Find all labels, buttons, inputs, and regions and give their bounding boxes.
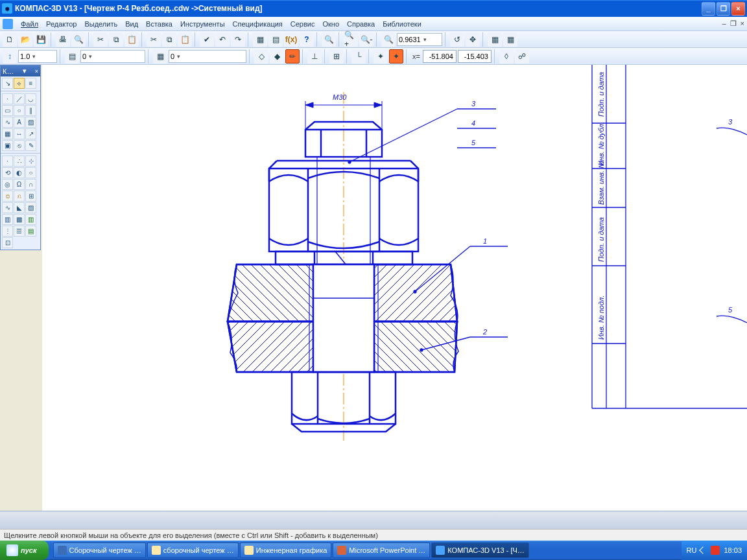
minimize-button[interactable]: _	[702, 2, 715, 16]
config2-button[interactable]: ▦	[503, 32, 517, 47]
coord-y-field[interactable]	[458, 50, 492, 63]
menu-editor[interactable]: Редактор	[42, 19, 80, 29]
view-dropdown[interactable]: 0▾	[80, 50, 145, 63]
copy-button[interactable]: ⧉	[109, 32, 123, 47]
mode-geometry-icon[interactable]: ↘	[2, 78, 13, 89]
save-button[interactable]: 💾	[34, 32, 48, 47]
kaspersky-icon[interactable]	[711, 546, 720, 555]
preview-button[interactable]: 🔍	[71, 32, 86, 47]
task-item-3[interactable]: Инженерная графика	[240, 542, 332, 558]
aux-15-icon[interactable]: ▨	[25, 202, 36, 213]
system-tray[interactable]: RU 18:03	[682, 541, 747, 560]
spec-button[interactable]: ▤	[268, 32, 283, 47]
vars-button[interactable]: f(x)	[284, 32, 298, 47]
zoom-out-button[interactable]: 🔍-	[359, 32, 374, 47]
aux-21-icon[interactable]: ▤	[25, 226, 36, 237]
aux-18-icon[interactable]: ▥	[25, 214, 36, 225]
tool-edit-icon[interactable]: ✎	[25, 140, 36, 151]
aux-1-icon[interactable]: ·	[2, 156, 13, 167]
menu-tools[interactable]: Инструменты	[176, 19, 229, 29]
task-item-4[interactable]: Microsoft PowerPoint …	[333, 542, 430, 558]
aux-22-icon[interactable]: ⊡	[2, 237, 13, 248]
tool-spline-icon[interactable]: ∿	[2, 117, 13, 128]
localcs-button[interactable]: └	[351, 49, 366, 64]
open-button[interactable]: 📂	[18, 32, 32, 47]
state-button[interactable]: ↕	[3, 49, 17, 64]
task-item-2[interactable]: сборочный чертеж …	[147, 542, 239, 558]
zoom-value-dropdown[interactable]: 0.9631▾	[397, 33, 442, 46]
tray-expand-icon[interactable]	[700, 546, 707, 554]
tool-leader-icon[interactable]: ↗	[25, 128, 36, 139]
tool-line-icon[interactable]: ／	[14, 93, 25, 104]
refresh-button[interactable]: ↺	[450, 32, 464, 47]
new-button[interactable]: 🗋	[3, 32, 17, 47]
menu-insert[interactable]: Вставка	[142, 19, 176, 29]
lang-indicator[interactable]: RU	[687, 546, 697, 554]
tool-arc-icon[interactable]: ◡	[25, 93, 36, 104]
mode-dim-icon[interactable]: ⟡	[14, 78, 25, 89]
task-item-5[interactable]: КОМПАС-3D V13 - [Ч…	[431, 542, 528, 558]
menu-window[interactable]: Окно	[318, 19, 343, 29]
zoom-window-button[interactable]: 🔍	[322, 32, 336, 47]
aux-3-icon[interactable]: ⊹	[25, 156, 36, 167]
tool-text-icon[interactable]: A	[14, 117, 25, 128]
aux-19-icon[interactable]: ⋮	[2, 226, 13, 237]
mode-symbols-icon[interactable]: ≡	[25, 78, 36, 89]
layers-button[interactable]: ▦	[253, 32, 267, 47]
coord-x-field[interactable]	[423, 50, 456, 63]
redo-button[interactable]: ↷	[231, 32, 245, 47]
scale-dropdown[interactable]: 1.0▾	[18, 50, 57, 63]
close-button[interactable]: ×	[731, 2, 745, 16]
undo-button[interactable]: ↶	[215, 32, 230, 47]
aux-14-icon[interactable]: ◣	[14, 202, 25, 213]
views-button[interactable]: ▤	[65, 49, 79, 64]
maximize-button[interactable]: ❐	[717, 2, 730, 16]
cut2-button[interactable]: ✂	[147, 32, 161, 47]
paste2-button[interactable]: 📋	[178, 32, 192, 47]
tool-table-icon[interactable]: ▦	[2, 128, 13, 139]
layer-dropdown[interactable]: 0▾	[169, 50, 246, 63]
mdi-minimize[interactable]: –	[722, 19, 726, 28]
menu-libraries[interactable]: Библиотеки	[379, 19, 425, 29]
config1-button[interactable]: ▦	[488, 32, 502, 47]
aux-17-icon[interactable]: ▩	[14, 214, 25, 225]
layers2-button[interactable]: ▦	[153, 49, 167, 64]
aux-5-icon[interactable]: ◐	[14, 167, 25, 178]
properties-button[interactable]: ✔	[200, 32, 214, 47]
menu-file[interactable]: Файл	[17, 19, 42, 29]
aux-8-icon[interactable]: Ω	[14, 179, 25, 190]
menu-spec[interactable]: Спецификация	[229, 19, 287, 29]
aux-6-icon[interactable]: ○	[25, 167, 36, 178]
aux-9-icon[interactable]: ∩	[25, 179, 36, 190]
misc1-button[interactable]: ◊	[499, 49, 514, 64]
snap3-button[interactable]: ✏	[285, 49, 300, 64]
compact-panel-title[interactable]: К… ▾ ×	[1, 65, 40, 76]
aux-7-icon[interactable]: ◎	[2, 179, 13, 190]
aux-4-icon[interactable]: ⟲	[2, 167, 13, 178]
aux-11-icon[interactable]: ⎌	[14, 191, 25, 202]
misc2-button[interactable]: ☍	[515, 49, 529, 64]
zoom-fit-button[interactable]: 🔍	[381, 32, 396, 47]
paste-button[interactable]: 📋	[124, 32, 139, 47]
tool-rect-icon[interactable]: ▭	[2, 105, 13, 116]
mdi-close[interactable]: ×	[741, 19, 744, 28]
print-button[interactable]: 🖶	[56, 32, 70, 47]
snap2-button[interactable]: ◆	[270, 49, 284, 64]
tool-dim-icon[interactable]: ↔	[14, 128, 25, 139]
menu-service[interactable]: Сервис	[287, 19, 319, 29]
ortho-button[interactable]: ⊥	[307, 49, 322, 64]
snappoints2-button[interactable]: ✦	[389, 49, 403, 64]
start-button[interactable]: пуск	[0, 541, 49, 560]
tool-break-icon[interactable]: ⎋	[14, 140, 25, 151]
aux-16-icon[interactable]: ▥	[2, 214, 13, 225]
snap1-button[interactable]: ◇	[254, 49, 268, 64]
pan-button[interactable]: ✥	[466, 32, 480, 47]
task-item-1[interactable]: Сборочный чертеж …	[53, 542, 146, 558]
aux-10-icon[interactable]: ⎊	[2, 191, 13, 202]
aux-2-icon[interactable]: ∴	[14, 156, 25, 167]
tool-hatch-icon[interactable]: ▨	[25, 117, 36, 128]
cut-button[interactable]: ✂	[93, 32, 108, 47]
tool-circle-icon[interactable]: ○	[14, 105, 25, 116]
menu-view[interactable]: Вид	[121, 19, 142, 29]
copy2-button[interactable]: ⧉	[162, 32, 176, 47]
